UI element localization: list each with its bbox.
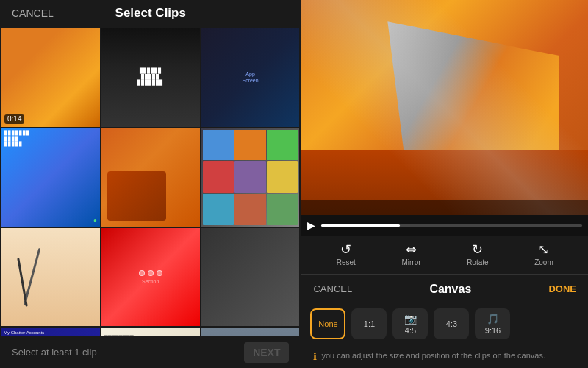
mirror-label: Mirror <box>401 258 420 266</box>
clip-item[interactable]: 0:14 <box>1 28 100 127</box>
ratio-selector: None 1:1 📷 4:5 4:3 🎵 9:16 <box>301 303 588 344</box>
clip-item[interactable]: My Chatter Accounts ▊▊ Credits Discord D… <box>1 328 100 336</box>
ratio-4-3[interactable]: 4:3 <box>434 308 469 339</box>
zoom-label: Zoom <box>534 258 553 266</box>
info-icon: ℹ <box>313 351 317 362</box>
rotate-label: Rotate <box>467 258 488 266</box>
right-panel: ▶ ↺ Reset ⇔ Mirror ↻ Rotate ⤡ Zoom CANCE… <box>301 0 588 368</box>
clip-duration: 0:14 <box>4 114 24 124</box>
ratio-none-label: None <box>318 319 337 328</box>
ratio-1-1[interactable]: 1:1 <box>351 308 387 339</box>
clip-item[interactable]: AppScreen <box>201 28 300 127</box>
clip-item[interactable] <box>201 128 300 227</box>
rotate-icon: ↻ <box>472 243 483 256</box>
zoom-icon: ⤡ <box>538 243 549 256</box>
mirror-icon: ⇔ <box>406 243 417 256</box>
play-button[interactable]: ▶ <box>307 219 315 231</box>
ratio-1-1-label: 1:1 <box>364 319 375 328</box>
left-header: CANCEL Select Clips <box>0 0 301 26</box>
page-title: Select Clips <box>115 6 186 21</box>
clip-item[interactable]: ▊▊▊▊▊▊▊▊▊▊▊▊▊▊▊▊ ● <box>1 128 100 227</box>
clip-item[interactable] <box>101 128 200 227</box>
next-button[interactable]: NEXT <box>244 342 289 363</box>
timeline-track[interactable] <box>321 224 582 227</box>
ratio-4-3-label: 4:3 <box>446 319 457 328</box>
canvas-header: CANCEL Canvas DONE <box>301 274 588 303</box>
left-footer: Select at least 1 clip NEXT <box>0 336 301 368</box>
clip-item[interactable] <box>1 228 100 327</box>
section-label: Section <box>142 279 159 284</box>
clip-item[interactable]: Section <box>101 228 200 327</box>
music-icon: 🎵 <box>487 313 499 325</box>
thumb-text: ▊▊▊▊▊▊▊▊▊▊▊▊▊▊▊▊▊▊ <box>135 65 166 89</box>
preview-image <box>301 0 588 215</box>
left-panel: CANCEL Select Clips 0:14 ▊▊▊▊▊▊▊▊▊▊▊▊▊▊▊… <box>0 0 301 368</box>
reset-label: Reset <box>337 258 356 266</box>
mirror-tool[interactable]: ⇔ Mirror <box>401 243 420 266</box>
zoom-tool[interactable]: ⤡ Zoom <box>534 243 553 266</box>
info-row: ℹ you can adjust the size and position o… <box>301 344 588 368</box>
clip-item[interactable]: 0:53 <box>201 328 300 336</box>
cancel-button[interactable]: CANCEL <box>12 7 54 19</box>
timeline-row: ▶ <box>301 215 588 236</box>
ratio-4-5[interactable]: 📷 4:5 <box>392 308 428 339</box>
canvas-done-button[interactable]: DONE <box>548 283 576 294</box>
ratio-4-5-label: 4:5 <box>405 326 416 335</box>
clip-grid: 0:14 ▊▊▊▊▊▊▊▊▊▊▊▊▊▊▊▊▊▊ AppScreen <box>1 28 299 336</box>
clip-item[interactable]: ▁▁▁▁▁▁▁▁ ▁▁▁▁▁▁ ▁▁▁▁▁▁▁ ▁▁▁▁▁ ▁▁▁▁▁▁▁▁ ▁… <box>101 328 200 336</box>
reset-icon: ↺ <box>340 243 351 256</box>
timeline-progress <box>321 224 399 227</box>
ratio-9-16-label: 9:16 <box>485 326 501 335</box>
info-text: you can adjust the size and position of … <box>321 350 545 361</box>
clip-item[interactable]: ▊▊▊▊▊▊▊▊▊▊▊▊▊▊▊▊▊▊ <box>101 28 200 127</box>
preview-area <box>301 0 588 215</box>
media-dots <box>139 270 162 276</box>
timestamp-bar <box>301 200 588 215</box>
clip-item[interactable] <box>201 228 300 327</box>
reset-tool[interactable]: ↺ Reset <box>337 243 356 266</box>
canvas-title: Canvas <box>429 283 471 296</box>
canvas-cancel-button[interactable]: CANCEL <box>313 283 352 294</box>
toolbar-row: ↺ Reset ⇔ Mirror ↻ Rotate ⤡ Zoom <box>301 236 588 274</box>
ratio-9-16[interactable]: 🎵 9:16 <box>475 308 510 339</box>
footer-hint: Select at least 1 clip <box>12 347 97 358</box>
ratio-none[interactable]: None <box>310 308 345 339</box>
thumb-text: AppScreen <box>239 68 261 87</box>
clip-grid-container: 0:14 ▊▊▊▊▊▊▊▊▊▊▊▊▊▊▊▊▊▊ AppScreen <box>0 26 301 336</box>
camera-icon: 📷 <box>404 313 417 325</box>
rotate-tool[interactable]: ↻ Rotate <box>467 243 488 266</box>
